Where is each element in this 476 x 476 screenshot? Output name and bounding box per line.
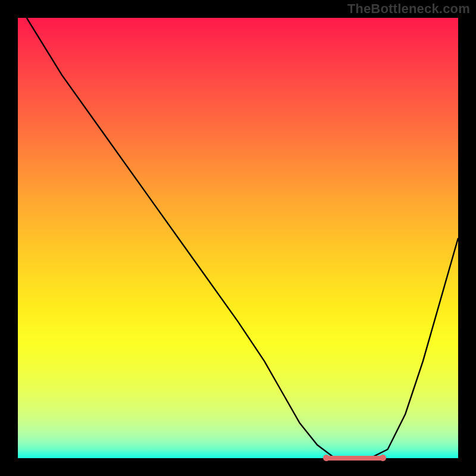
flat-region-marker-left-dot	[323, 455, 330, 461]
flat-region-marker-right-dot	[380, 455, 386, 461]
flat-region-marker	[326, 456, 383, 461]
plot-area	[18, 18, 458, 458]
chart-frame: TheBottleneck.com	[0, 0, 476, 476]
watermark-text: TheBottleneck.com	[347, 1, 470, 17]
